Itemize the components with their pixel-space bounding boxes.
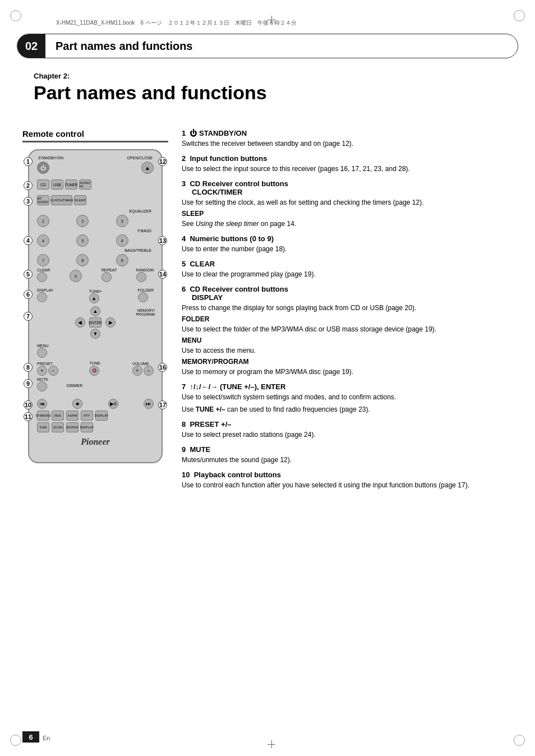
remote-control-title: Remote control <box>22 129 168 142</box>
clocktimer-btn[interactable]: CLOCK/TIMER <box>51 195 72 205</box>
rds-btn[interactable]: RDS <box>52 411 64 421</box>
dimmer-label: DIMMER <box>67 384 82 388</box>
tuner-btn[interactable]: TUNER <box>65 179 77 190</box>
display-label: DISPLAY <box>37 288 53 292</box>
nav-left-btn[interactable]: ◀ <box>75 317 85 328</box>
page-lang: En <box>43 735 50 741</box>
dab-btn[interactable]: DAB <box>37 422 49 432</box>
desc-3-sleep-text: See Using the sleep timer on page 14. <box>182 219 513 229</box>
marker-17: 17 <box>158 400 167 409</box>
remote-wrapper: 1 12 STANDBY/ON OPEN/CLOSE ⏻ ▲ 2 <box>28 149 163 463</box>
enter-btn[interactable]: ENTER <box>89 317 102 328</box>
clear-row: CLEAR 0 REPEAT RANDOM <box>37 268 154 284</box>
preset-minus-btn[interactable]: − <box>48 366 58 376</box>
desc-5-text: Use to clear the programmed play (page 1… <box>182 269 513 279</box>
display-btn[interactable] <box>37 292 47 302</box>
desc-6-folder-text: Use to select the folder of the MP3/WMA … <box>182 324 513 334</box>
num0-btn[interactable]: 0 <box>70 270 82 282</box>
next-btn[interactable]: ⏭ <box>144 399 154 409</box>
marker-1: 1 <box>24 157 33 166</box>
desc-6-memory: MEMORY/PROGRAM <box>182 358 513 366</box>
chapter-header-title: Part names and functions <box>56 40 193 53</box>
num7-btn[interactable]: 7 <box>37 254 49 266</box>
tuneplus-btn[interactable]: ▲ <box>89 293 99 303</box>
desc-1-title: 1 ⏻ STANDBY/ON <box>182 129 513 137</box>
desc-6-text: Press to change the display for songs pl… <box>182 303 513 313</box>
usb-btn[interactable]: USB <box>51 179 63 190</box>
desc-4-text: Use to enter the number (page 18). <box>182 244 513 254</box>
desc-2: 2 Input function buttons Use to select t… <box>182 154 513 174</box>
cd-btn[interactable]: CD <box>37 179 49 190</box>
desc-3-text: Use for setting the clock, as well as fo… <box>182 197 513 208</box>
openclose-btn[interactable]: ▲ <box>141 162 154 174</box>
desc-8: 8 PRESET +/– Use to select preset radio … <box>182 420 513 440</box>
openclose-label: OPEN/CLOSE <box>127 156 153 160</box>
folder-btn[interactable] <box>138 292 148 302</box>
num-row-789: 7 8 9 <box>37 254 154 266</box>
desc-9-title: 9 MUTE <box>182 445 513 454</box>
clear-label: CLEAR <box>37 268 50 272</box>
vol-plus-btn[interactable]: + <box>132 366 142 376</box>
clear-btn[interactable] <box>37 272 47 282</box>
display3-btn[interactable]: DISPLAY <box>95 411 108 421</box>
nav-up-btn[interactable]: ▲ <box>90 306 100 316</box>
btaudio-btn[interactable]: BT AUDIO <box>37 195 49 205</box>
desc-6-title: 6 CD Receiver control buttons DISPLAY <box>182 285 513 302</box>
num8-btn[interactable]: 8 <box>76 254 89 266</box>
standby-btn[interactable]: ⏻ <box>37 162 49 174</box>
num5-btn[interactable]: 5 <box>76 234 89 247</box>
pty-btn[interactable]: PTY <box>81 411 93 421</box>
play-btn[interactable]: ▶II <box>108 399 118 409</box>
audioin-btn[interactable]: AUDIO IN <box>79 179 91 190</box>
chapter-label: Chapter 2: <box>34 72 267 80</box>
num1-btn[interactable]: 1 <box>37 215 49 227</box>
menu-label: MENU <box>37 344 49 348</box>
num3-btn[interactable]: 3 <box>116 215 128 227</box>
desc-7-sub-text: Use TUNE +/– can be used to find radio f… <box>182 404 513 414</box>
scan-btn[interactable]: SCAN <box>52 422 64 432</box>
preset-volume-row: PRESET + − TUNE- 🔇 VOLUME <box>37 361 154 376</box>
standby-label: STANDBY/ON <box>38 156 63 160</box>
num6-btn[interactable]: 6 <box>116 234 128 247</box>
mute-btn[interactable] <box>37 381 47 391</box>
desc-6-memory-text: Use to memory or program the MP3/WMA dis… <box>182 367 513 377</box>
marker-7: 7 <box>24 312 33 321</box>
aspm-btn[interactable]: ASPM <box>66 411 79 421</box>
desc-3-title: 3 CD Receiver control buttons CLOCK/TIME… <box>182 179 513 196</box>
marker-16: 16 <box>158 363 167 372</box>
marker-2: 2 <box>24 181 33 190</box>
desc-2-title: 2 Input function buttons <box>182 154 513 163</box>
corner-mark-tr <box>514 10 525 21</box>
input-buttons-row: CD USB TUNER AUDIO IN <box>37 179 154 190</box>
marker-12: 12 <box>158 157 167 166</box>
random-btn[interactable] <box>136 272 146 282</box>
desc-10-text: Use to control each function after you h… <box>182 480 513 490</box>
right-column: 1 ⏻ STANDBY/ON Switches the receiver bet… <box>182 129 513 496</box>
desc-6-folder: FOLDER <box>182 315 513 323</box>
mute-label: MUTE <box>37 377 48 381</box>
corner-mark-bl <box>10 735 21 746</box>
vol-minus-btn[interactable]: − <box>144 366 154 376</box>
desc-6-menu: MENU <box>182 336 513 344</box>
chapter-title: Part names and functions <box>34 82 267 103</box>
desc-1-text: Switches the receiver between standby an… <box>182 139 513 149</box>
prev-btn[interactable]: ⏮ <box>37 399 47 409</box>
repeat-btn[interactable] <box>102 272 112 282</box>
desc-1: 1 ⏻ STANDBY/ON Switches the receiver bet… <box>182 129 513 149</box>
nav-down-btn[interactable]: ▼ <box>90 329 100 339</box>
display4-btn[interactable]: DISPLAY <box>81 422 93 432</box>
preset-plus-btn[interactable]: + <box>37 366 47 376</box>
stop-btn[interactable]: ■ <box>72 399 82 409</box>
enter3-btn[interactable]: ENTER <box>66 422 79 432</box>
menu-btn[interactable] <box>37 348 47 358</box>
desc-4-title: 4 Numeric buttons (0 to 9) <box>182 234 513 243</box>
num9-btn[interactable]: 9 <box>116 254 128 266</box>
marker-13: 13 <box>158 236 167 245</box>
num4-btn[interactable]: 4 <box>37 234 49 247</box>
nav-right-btn[interactable]: ▶ <box>105 317 116 328</box>
desc-7-text: Use to select/switch system settings and… <box>182 392 513 402</box>
num2-btn[interactable]: 2 <box>76 215 89 227</box>
stmono-btn[interactable]: ST/MONO <box>37 411 49 421</box>
mute-center-btn[interactable]: 🔇 <box>89 366 99 376</box>
sleep-btn[interactable]: SLEEP <box>74 195 86 205</box>
